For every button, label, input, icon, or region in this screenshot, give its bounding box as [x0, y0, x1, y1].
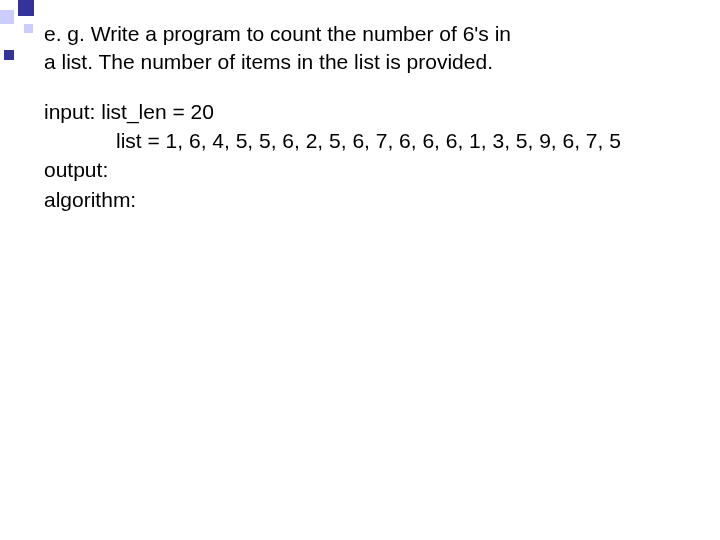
content-area: e. g. Write a program to count the numbe…: [44, 20, 690, 214]
slide: e. g. Write a program to count the numbe…: [0, 0, 720, 540]
algorithm-label: algorithm:: [44, 188, 136, 211]
problem-statement: e. g. Write a program to count the numbe…: [44, 20, 690, 77]
prompt-line-1: e. g. Write a program to count the numbe…: [44, 22, 511, 45]
list-values: list = 1, 6, 4, 5, 5, 6, 2, 5, 6, 7, 6, …: [44, 126, 621, 155]
input-label: input:: [44, 100, 95, 123]
output-label: output:: [44, 158, 108, 181]
list-len-value: list_len = 20: [101, 100, 214, 123]
corner-decoration: [0, 0, 34, 72]
prompt-line-2: a list. The number of items in the list …: [44, 50, 493, 73]
io-block: input: list_len = 20 list = 1, 6, 4, 5, …: [44, 97, 690, 215]
